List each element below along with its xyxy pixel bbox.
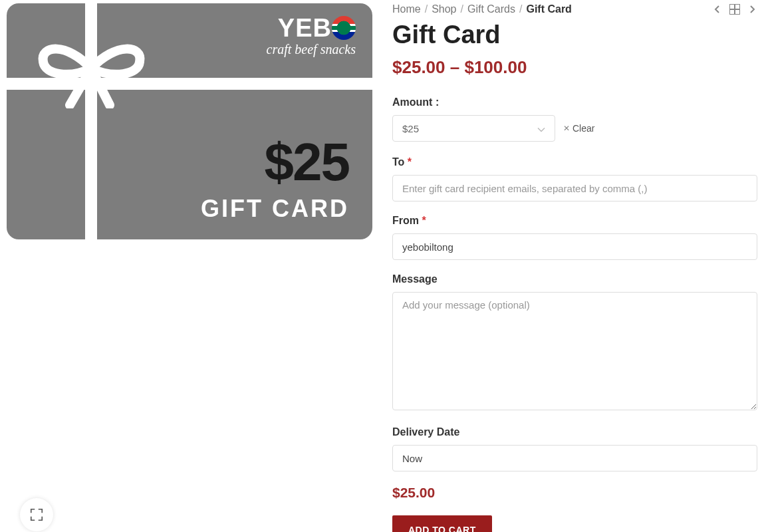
breadcrumb-home[interactable]: Home	[392, 3, 421, 15]
price-range: $25.00 – $100.00	[392, 57, 757, 78]
close-icon: ✕	[563, 124, 570, 133]
delivery-input[interactable]	[392, 445, 757, 471]
breadcrumb-shop[interactable]: Shop	[432, 3, 456, 15]
prev-product-icon[interactable]	[712, 4, 723, 15]
breadcrumb-current: Gift Card	[526, 3, 571, 15]
message-textarea[interactable]	[392, 292, 757, 410]
to-input[interactable]	[392, 175, 757, 201]
price-final: $25.00	[392, 485, 757, 501]
zoom-button[interactable]	[20, 498, 53, 531]
from-label: From *	[392, 215, 757, 227]
brand-tagline: craft beef snacks	[267, 42, 356, 57]
chevron-down-icon	[537, 123, 545, 134]
amount-select[interactable]: $25	[392, 115, 555, 142]
gift-card-image[interactable]: YEB craft beef snacks $25 GIFT CARD	[7, 3, 372, 239]
card-amount: $25	[265, 132, 349, 193]
card-label: GIFT CARD	[201, 195, 349, 223]
next-product-icon[interactable]	[747, 4, 757, 15]
amount-selected-value: $25	[402, 123, 419, 134]
amount-label: Amount :	[392, 96, 757, 108]
flag-icon	[332, 16, 356, 40]
brand-logo: YEB	[267, 15, 356, 41]
clear-button[interactable]: ✕ Clear	[563, 123, 594, 134]
svg-point-0	[82, 61, 100, 78]
add-to-cart-button[interactable]: ADD TO CART	[392, 515, 492, 532]
from-input[interactable]	[392, 233, 757, 260]
product-title: Gift Card	[392, 21, 757, 49]
breadcrumb: Home / Shop / Gift Cards / Gift Card	[392, 3, 572, 15]
breadcrumb-giftcards[interactable]: Gift Cards	[467, 3, 515, 15]
delivery-label: Delivery Date	[392, 426, 757, 438]
message-label: Message	[392, 273, 757, 285]
grid-icon[interactable]	[729, 4, 740, 15]
to-label: To *	[392, 156, 757, 168]
